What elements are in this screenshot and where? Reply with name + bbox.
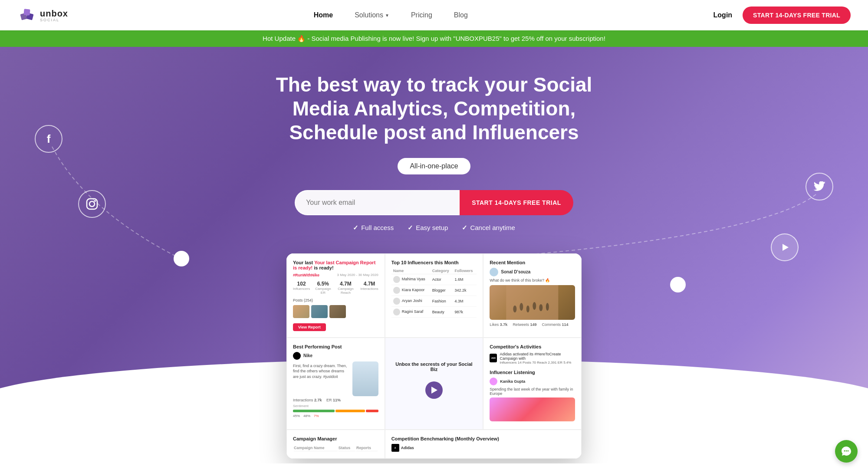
logo-text: unbox bbox=[40, 9, 68, 19]
feature-label-1: Full access bbox=[361, 224, 394, 231]
login-button[interactable]: Login bbox=[713, 11, 733, 19]
competition-bench-title: Competition Benchmarking (Monthly Overvi… bbox=[391, 436, 575, 441]
instagram-icon bbox=[78, 190, 106, 218]
posts-thumbnails bbox=[293, 305, 378, 318]
campaign-date: 3 May 2020 - 30 May 2020 bbox=[337, 273, 378, 277]
trial-button-nav[interactable]: START 14-DAYS FREE TRIAL bbox=[743, 7, 851, 24]
campaign-meta: #RunWithNike 3 May 2020 - 30 May 2020 bbox=[293, 273, 378, 277]
competition-bench-cell: Competition Benchmarking (Monthly Overvi… bbox=[385, 430, 582, 459]
svg-point-5 bbox=[94, 200, 96, 202]
video-play-icon[interactable] bbox=[771, 233, 799, 261]
influencers-title: Top 10 Influencers this Month bbox=[391, 260, 477, 265]
inf-fol-3: 4.3M bbox=[453, 296, 477, 306]
brand-name: Nike bbox=[303, 353, 312, 358]
stat-er: 6.5% Campaign ER bbox=[315, 281, 331, 295]
svg-rect-6 bbox=[506, 285, 559, 320]
camp-col-name: Campaign Name bbox=[294, 445, 338, 451]
inf-name-2: Kiara Kapoor bbox=[391, 285, 431, 296]
sentiment-bar bbox=[293, 410, 378, 412]
adidas-bench-icon: A bbox=[391, 444, 399, 452]
announcement-text: Hot Update 🔥 - Social media Publishing i… bbox=[263, 35, 605, 42]
campaign-manager-cell: Campaign Manager Campaign Name Status Re… bbox=[286, 430, 385, 459]
hero-form: START 14-DAYS FREE TRIAL bbox=[295, 190, 573, 215]
best-post-content: First, find a crazy dream. Then, find th… bbox=[293, 361, 378, 396]
svg-point-15 bbox=[848, 450, 849, 452]
chevron-down-icon: ▼ bbox=[385, 13, 389, 18]
svg-point-10 bbox=[533, 302, 536, 310]
mention-comment: What do we think of this broke? 🔥 bbox=[490, 278, 575, 282]
stat-num-reach: 4.7M bbox=[336, 281, 355, 287]
chat-bubble[interactable] bbox=[835, 440, 858, 463]
check-icon-2: ✓ bbox=[408, 224, 413, 232]
stat-num-influencers: 102 bbox=[293, 281, 310, 287]
post-metrics: Interactions 2.7k ER 11% bbox=[293, 398, 378, 402]
feature-label-2: Easy setup bbox=[416, 224, 448, 231]
nav-pricing[interactable]: Pricing bbox=[411, 11, 432, 19]
competitor-cell: Competitor's Activities ADI Adidas activ… bbox=[483, 338, 582, 430]
inf-listen-comment: Spending the last week of the year with … bbox=[490, 387, 575, 396]
best-post-image bbox=[352, 361, 378, 396]
best-post-cell: Best Performing Post Nike First, find a … bbox=[286, 338, 385, 430]
hero-title: The best way to track your Social Media … bbox=[256, 73, 612, 145]
trial-button-hero[interactable]: START 14-DAYS FREE TRIAL bbox=[460, 190, 573, 215]
mention-likes: Likes 3.7k bbox=[490, 322, 507, 327]
svg-rect-2 bbox=[23, 9, 30, 15]
influencers-cell: Top 10 Influencers this Month Name Categ… bbox=[385, 253, 483, 338]
inf-listen-name: Kanika Gupta bbox=[500, 379, 525, 384]
mention-image bbox=[490, 285, 575, 320]
competitor-entry: Adidas activated its #HereToCreate Campa… bbox=[500, 352, 575, 365]
twitter-icon bbox=[806, 173, 833, 200]
sentiment-neg: 7% bbox=[314, 414, 319, 418]
best-post-brand: Nike bbox=[293, 352, 378, 360]
inf-name-3: Aryan Joshi bbox=[391, 296, 431, 306]
announcement-bar: Hot Update 🔥 - Social media Publishing i… bbox=[0, 30, 868, 47]
nike-logo bbox=[293, 352, 301, 360]
nav-solutions[interactable]: Solutions bbox=[355, 11, 383, 19]
view-report-button[interactable]: View Report bbox=[293, 323, 326, 331]
table-row: Ragini Saraf Beauty 987k bbox=[391, 306, 477, 317]
inf-name-4: Ragini Saraf bbox=[391, 306, 431, 317]
video-play-button[interactable] bbox=[425, 381, 443, 399]
mention-username: Sonal D'souza bbox=[501, 269, 530, 274]
sentiment-pos: 45% bbox=[293, 414, 300, 418]
logo[interactable]: unbox SOCIAL bbox=[17, 6, 68, 25]
chat-icon bbox=[841, 446, 852, 457]
camp-col-status: Status bbox=[339, 445, 355, 451]
col-name: Name bbox=[391, 268, 431, 274]
svg-point-11 bbox=[539, 304, 543, 311]
email-input[interactable] bbox=[295, 190, 460, 215]
campaign-manager-title: Campaign Manager bbox=[293, 436, 378, 441]
unbox-secrets-cell: Unbox the secrests of your Social Biz bbox=[385, 338, 483, 430]
inf-name-1: Mahima Vyas bbox=[391, 274, 431, 285]
mention-stats: Likes 3.7k Retweets 149 Comments 114 bbox=[490, 322, 575, 327]
svg-point-12 bbox=[546, 303, 549, 311]
feature-easy-setup: ✓ Easy setup bbox=[408, 224, 448, 232]
influencer-listening-section: Influencer Listening Kanika Gupta Spendi… bbox=[490, 370, 575, 421]
check-icon-1: ✓ bbox=[353, 224, 358, 232]
influencer-listening-title: Influencer Listening bbox=[490, 370, 575, 375]
mention-avatar bbox=[490, 268, 498, 276]
inf-cat-3: Fashion bbox=[431, 296, 453, 306]
bar-red bbox=[366, 410, 378, 412]
connector-dot-left bbox=[174, 251, 189, 266]
post-interactions: Interactions 2.7k bbox=[293, 398, 322, 402]
dashboard-preview: Your last Your last Campaign Report is r… bbox=[286, 253, 582, 459]
nav-home[interactable]: Home bbox=[314, 11, 333, 19]
inf-avatar-1 bbox=[393, 276, 400, 283]
mention-user: Sonal D'souza bbox=[490, 268, 575, 276]
influencer-table: Name Category Followers Mahima Vyas Acto… bbox=[391, 268, 477, 318]
camp-col-reports: Reports bbox=[356, 445, 378, 451]
inf-avatar-4 bbox=[393, 309, 400, 315]
inf-cat-2: Blogger bbox=[431, 285, 453, 296]
adidas-logo: ADI bbox=[490, 354, 497, 362]
nav-right: Login START 14-DAYS FREE TRIAL bbox=[713, 7, 851, 24]
nav-links: Home Solutions ▼ Pricing Blog bbox=[314, 11, 468, 19]
col-category: Category bbox=[431, 268, 453, 274]
campaign-report-title: Your last Your last Campaign Report is r… bbox=[293, 260, 378, 270]
sentiment-labels: 45% 48% 7% bbox=[293, 414, 378, 418]
nav-blog[interactable]: Blog bbox=[454, 11, 468, 19]
best-post-title: Best Performing Post bbox=[293, 344, 378, 349]
stat-num-er: 6.5% bbox=[315, 281, 331, 287]
stat-reach: 4.7M Campaign Reach bbox=[336, 281, 355, 295]
play-triangle-icon bbox=[431, 387, 437, 394]
